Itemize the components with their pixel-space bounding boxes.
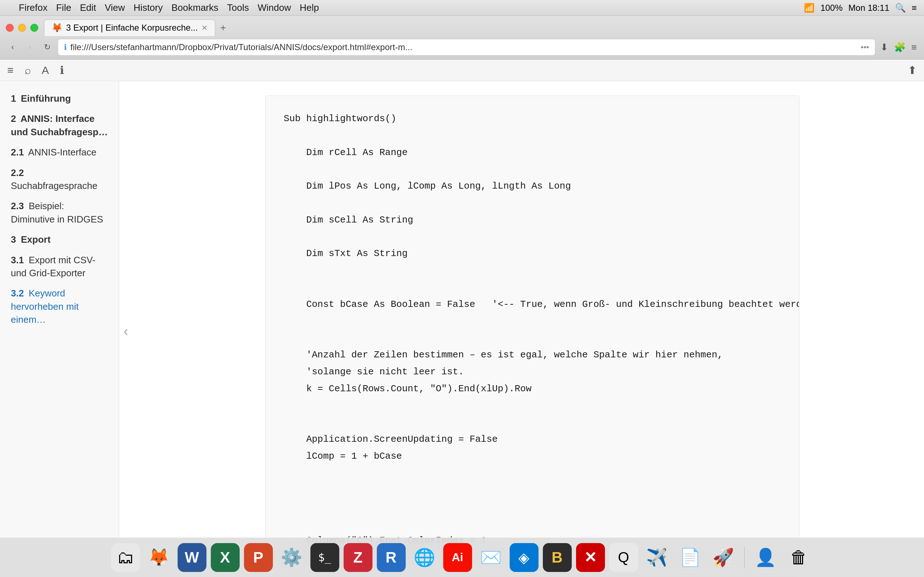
maximize-button[interactable] [30,24,38,32]
sidebar-label-2-1: ANNIS-Interface [28,147,96,158]
dock-word[interactable]: W [178,543,207,572]
dock-system-prefs[interactable]: ⚙️ [277,543,306,572]
back-button[interactable]: ‹ [6,40,19,54]
reader-toolbar: ≡ ⌕ A ℹ ⬆ [0,60,924,81]
dock-telegram[interactable]: ✈️ [643,543,671,572]
sidebar-num-3-1: 3.1 [11,255,24,266]
menubar-search-icon[interactable]: 🔍 [895,3,906,13]
window-controls [6,24,38,32]
dock-trash[interactable]: 🗑 [784,543,813,572]
menubar-wifi-icon: 📶 [804,3,815,13]
menubar-view[interactable]: View [105,2,125,13]
reload-button[interactable]: ↻ [40,40,54,54]
dock-firefox[interactable]: 🦊 [144,543,173,572]
dock-launchpad[interactable]: 🚀 [709,543,738,572]
dock-acrobat[interactable]: Ai [443,543,472,572]
menubar-tools[interactable]: Tools [227,2,249,13]
dock-files[interactable]: 📄 [676,543,704,572]
menubar-battery: 100% [821,3,842,13]
back-nav-button[interactable]: ‹ [119,318,132,345]
sidebar-num-2-1: 2.1 [11,147,24,158]
tab-close-button[interactable]: ✕ [201,23,208,32]
menubar-edit[interactable]: Edit [80,2,96,13]
sidebar-num-2-2: 2.2 [11,167,24,178]
tab-bar: 🦊 3 Export | Einfache Korpusreche... ✕ + [6,19,918,36]
minimize-button[interactable] [18,24,26,32]
sidebar-num-2: 2 [11,113,16,124]
sidebar-item-2-3[interactable]: 2.3 Beispiel: Diminutive in RIDGES [0,196,119,229]
navigation-bar: ‹ › ↻ ℹ file:///Users/stefanhartmann/Dro… [6,39,918,56]
menu-button[interactable]: ≡ [910,40,918,55]
dock-zotero[interactable]: Z [344,543,373,572]
tab-favicon: 🦊 [52,23,63,33]
content-wrapper: Sub highlightwords() Dim rCell As Range … [244,81,821,577]
forward-button[interactable]: › [23,40,37,54]
share-button[interactable]: ⬆ [908,64,917,76]
secure-icon: ℹ [64,43,67,52]
address-text: file:///Users/stefanhartmann/Dropbox/Pri… [70,42,857,52]
new-tab-button[interactable]: + [216,21,229,35]
menubar-clock: Mon 18:11 [848,3,889,13]
sidebar-item-3[interactable]: 3 Export [0,229,119,250]
tab-title: 3 Export | Einfache Korpusreche... [66,23,198,33]
dock-app14[interactable]: B [543,543,572,572]
dock-r[interactable]: R [377,543,406,572]
toc-button[interactable]: ≡ [7,64,14,76]
search-button[interactable]: ⌕ [24,64,31,76]
dock-terminal[interactable]: $_ [310,543,339,572]
menubar-bookmarks[interactable]: Bookmarks [171,2,218,13]
browser-actions: ⬇ 🧩 ≡ [879,40,918,55]
extensions-button[interactable]: 🧩 [893,40,907,55]
sidebar: 1 Einführung 2 ANNIS: Interface und Such… [0,81,119,577]
sidebar-item-3-1[interactable]: 3.1 Export mit CSV- und Grid-Exporter [0,250,119,284]
sidebar-item-2[interactable]: 2 ANNIS: Interface und Suchabfragesp… [0,108,119,142]
active-tab[interactable]: 🦊 3 Export | Einfache Korpusreche... ✕ [44,19,215,36]
info-button[interactable]: ℹ [60,64,64,76]
sidebar-item-2-2[interactable]: 2.2 Suchabfragesprache [0,163,119,196]
content-area[interactable]: Sub highlightwords() Dim rCell As Range … [119,81,924,577]
menubar-firefox[interactable]: Firefox [19,2,47,13]
dock-vscode[interactable]: ◈ [510,543,538,572]
browser-chrome: 🦊 3 Export | Einfache Korpusreche... ✕ +… [0,16,924,60]
dock-separator [744,547,745,568]
main-area: 1 Einführung 2 ANNIS: Interface und Such… [0,81,924,577]
menubar-help[interactable]: Help [300,2,319,13]
dock-chrome[interactable]: 🌐 [410,543,439,572]
dock-powerpoint[interactable]: P [244,543,273,572]
dock: 🗂 🦊 W X P ⚙️ $_ Z R 🌐 Ai ✉️ ◈ B ✕ Q ✈️ 📄… [0,537,924,577]
menubar: Firefox File Edit View History Bookmarks… [0,0,924,16]
text-settings-button[interactable]: A [42,64,49,76]
dock-mail[interactable]: ✉️ [477,543,505,572]
menubar-window[interactable]: Window [258,2,291,13]
sidebar-label-2-2: Suchabfragesprache [11,180,97,191]
sidebar-label-2: ANNIS: Interface und Suchabfragesp… [11,113,108,137]
menubar-file[interactable]: File [56,2,71,13]
dock-finder[interactable]: 🗂 [111,543,140,572]
address-bar[interactable]: ℹ file:///Users/stefanhartmann/Dropbox/P… [58,39,875,56]
sidebar-num-3: 3 [11,234,16,245]
dock-app16[interactable]: Q [609,543,638,572]
sidebar-label-2-3: Beispiel: Diminutive in RIDGES [11,200,103,224]
close-button[interactable] [6,24,14,32]
code-block: Sub highlightwords() Dim rCell As Range … [265,95,800,577]
sidebar-num-1: 1 [11,93,16,104]
sidebar-label-3: Export [21,234,50,245]
menubar-controls-icon[interactable]: ≡ [912,3,917,13]
sidebar-item-1[interactable]: 1 Einführung [0,89,119,108]
dock-app15[interactable]: ✕ [576,543,605,572]
menubar-history[interactable]: History [134,2,163,13]
sidebar-num-2-3: 2.3 [11,200,24,211]
sidebar-item-3-2[interactable]: 3.2 Keyword hervorheben mit einem… [0,283,119,330]
download-button[interactable]: ⬇ [879,40,890,55]
address-more-button[interactable]: ••• [861,43,869,52]
sidebar-num-3-2: 3.2 [11,288,24,298]
sidebar-label-1: Einführung [21,93,71,104]
dock-excel[interactable]: X [211,543,240,572]
sidebar-item-2-1[interactable]: 2.1 ANNIS-Interface [0,142,119,162]
dock-airdrop[interactable]: 👤 [751,543,780,572]
